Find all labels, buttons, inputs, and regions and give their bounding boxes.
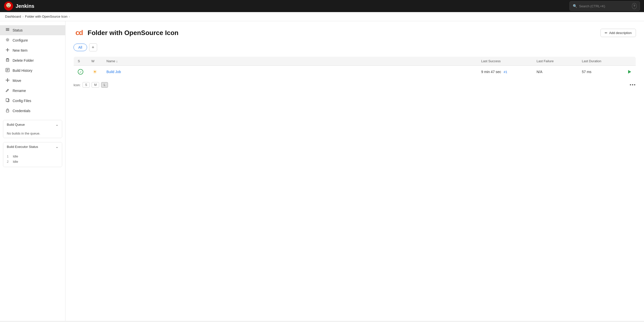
col-header-run bbox=[623, 57, 636, 66]
executor-status-2: Idle bbox=[13, 160, 18, 164]
sidebar-label-delete-folder: Delete Folder bbox=[13, 58, 34, 62]
svg-rect-5 bbox=[6, 29, 9, 30]
build-queue-section: Build Queue ⌄ No builds in the queue. bbox=[3, 120, 62, 138]
icon-size-s[interactable]: S bbox=[83, 82, 90, 88]
svg-rect-4 bbox=[6, 28, 9, 29]
build-executor-section: Build Executor Status ⌄ 1 Idle 2 Idle bbox=[3, 142, 62, 167]
sidebar-label-configure: Configure bbox=[13, 38, 28, 42]
search-icon: 🔍 bbox=[573, 4, 577, 8]
build-queue-title: Build Queue bbox=[7, 123, 25, 126]
cd-logo-text: cd bbox=[75, 29, 83, 37]
breadcrumb-dashboard[interactable]: Dashboard bbox=[5, 15, 21, 18]
table-row: ✓ ☀ Build Job 9 min 47 sec #1 N/A bbox=[74, 66, 636, 78]
sidebar-item-delete-folder[interactable]: Delete Folder bbox=[0, 55, 65, 66]
edit-icon: ✏ bbox=[605, 31, 608, 35]
sidebar-label-config-files: Config Files bbox=[13, 99, 31, 103]
config-files-icon bbox=[5, 98, 10, 103]
tab-add-button[interactable]: + bbox=[89, 43, 97, 51]
build-executor-header[interactable]: Build Executor Status ⌄ bbox=[3, 142, 62, 151]
icon-size-label: Icon: bbox=[73, 83, 81, 87]
status-success-icon: ✓ bbox=[78, 69, 83, 75]
folder-cd-icon: cd bbox=[73, 27, 85, 38]
sidebar-item-configure[interactable]: Configure bbox=[0, 35, 65, 45]
build-executor-collapse-icon: ⌄ bbox=[56, 145, 58, 149]
breadcrumb-sep-2: › bbox=[69, 15, 70, 18]
job-name-cell: Build Job bbox=[102, 66, 477, 78]
sidebar-label-credentials: Credentials bbox=[13, 109, 30, 113]
breadcrumb-folder[interactable]: Folder with OpenSource Icon bbox=[25, 15, 67, 18]
jobs-table: S W Name ↓ Last Success Last Failure bbox=[73, 56, 636, 78]
svg-point-3 bbox=[9, 5, 10, 5]
add-description-label: Add description bbox=[609, 31, 632, 35]
help-icon[interactable]: ? bbox=[632, 3, 637, 9]
build-queue-body: No builds in the queue. bbox=[3, 129, 62, 138]
build-queue-header[interactable]: Build Queue ⌄ bbox=[3, 120, 62, 129]
last-duration-val: 57 ms bbox=[582, 70, 591, 74]
jenkins-logo[interactable]: Jenkins bbox=[4, 2, 34, 11]
sidebar-item-move[interactable]: Move bbox=[0, 76, 65, 86]
sidebar-item-status[interactable]: Status bbox=[0, 25, 65, 35]
sidebar-item-rename[interactable]: Rename bbox=[0, 86, 65, 96]
run-build-button[interactable] bbox=[627, 70, 632, 74]
executor-status-1: Idle bbox=[13, 154, 18, 158]
main-content: cd Folder with OpenSource Icon ✏ Add des… bbox=[65, 21, 644, 321]
job-name-link[interactable]: Build Job bbox=[106, 70, 121, 74]
executor-num-1: 1 bbox=[7, 154, 11, 158]
credentials-icon bbox=[5, 108, 10, 113]
job-last-success-cell: 9 min 47 sec #1 bbox=[477, 66, 533, 78]
sidebar-label-move: Move bbox=[13, 79, 21, 83]
build-num-link[interactable]: #1 bbox=[504, 70, 507, 74]
status-icon bbox=[5, 28, 10, 33]
build-executor-body: 1 Idle 2 Idle bbox=[3, 151, 62, 167]
job-status-cell: ✓ bbox=[74, 66, 88, 78]
icon-size-l[interactable]: L bbox=[101, 82, 108, 88]
sidebar-item-build-history[interactable]: Build History bbox=[0, 66, 65, 76]
svg-line-15 bbox=[8, 90, 8, 90]
tab-all[interactable]: All bbox=[73, 44, 87, 51]
col-header-s: S bbox=[74, 57, 88, 66]
svg-rect-8 bbox=[6, 59, 9, 61]
col-header-last-failure: Last Failure bbox=[533, 57, 578, 66]
job-weather-cell: ☀ bbox=[87, 66, 102, 78]
delete-icon bbox=[5, 58, 10, 63]
job-last-duration-cell: 57 ms bbox=[578, 66, 623, 78]
sidebar-item-credentials[interactable]: Credentials bbox=[0, 106, 65, 116]
executor-row-1: 1 Idle bbox=[7, 154, 58, 159]
build-queue-empty: No builds in the queue. bbox=[7, 132, 40, 135]
executor-num-2: 2 bbox=[7, 160, 11, 164]
svg-point-2 bbox=[8, 5, 8, 5]
svg-rect-6 bbox=[6, 30, 9, 31]
search-input[interactable] bbox=[579, 4, 630, 8]
icon-size-m[interactable]: M bbox=[92, 82, 99, 88]
table-header: S W Name ↓ Last Success Last Failure bbox=[74, 57, 636, 66]
build-history-icon bbox=[5, 68, 10, 73]
job-last-failure-cell: N/A bbox=[533, 66, 578, 78]
icon-size-row: Icon: S M L ••• bbox=[73, 82, 636, 88]
search-box[interactable]: 🔍 ? bbox=[570, 1, 640, 11]
tab-all-label: All bbox=[78, 45, 82, 49]
main-layout: Status Configure New Item Delete Folder … bbox=[0, 21, 644, 321]
executor-row-2: 2 Idle bbox=[7, 159, 58, 164]
configure-icon bbox=[5, 38, 10, 43]
col-header-last-success: Last Success bbox=[477, 57, 533, 66]
jenkins-avatar-icon bbox=[4, 2, 13, 11]
new-item-icon bbox=[5, 48, 10, 53]
col-header-name[interactable]: Name ↓ bbox=[102, 57, 477, 66]
page-title: Folder with OpenSource Icon bbox=[88, 29, 178, 37]
more-options-button[interactable]: ••• bbox=[630, 82, 636, 88]
sidebar-item-new-item[interactable]: New Item bbox=[0, 45, 65, 55]
rename-icon bbox=[5, 88, 10, 93]
svg-point-7 bbox=[7, 39, 8, 41]
last-success-time: 9 min 47 sec bbox=[481, 70, 501, 74]
sidebar-item-config-files[interactable]: Config Files bbox=[0, 96, 65, 106]
col-header-last-duration: Last Duration bbox=[578, 57, 623, 66]
topnav-title: Jenkins bbox=[16, 3, 34, 9]
footer: REST API Jenkins 2.462.1 bbox=[0, 321, 644, 322]
add-description-button[interactable]: ✏ Add description bbox=[600, 29, 636, 37]
sidebar-label-status: Status bbox=[13, 28, 23, 32]
build-executor-title: Build Executor Status bbox=[7, 145, 38, 149]
last-failure-val: N/A bbox=[537, 70, 542, 74]
build-queue-collapse-icon: ⌄ bbox=[56, 123, 58, 126]
job-run-cell bbox=[623, 66, 636, 78]
sidebar-label-new-item: New Item bbox=[13, 48, 27, 52]
